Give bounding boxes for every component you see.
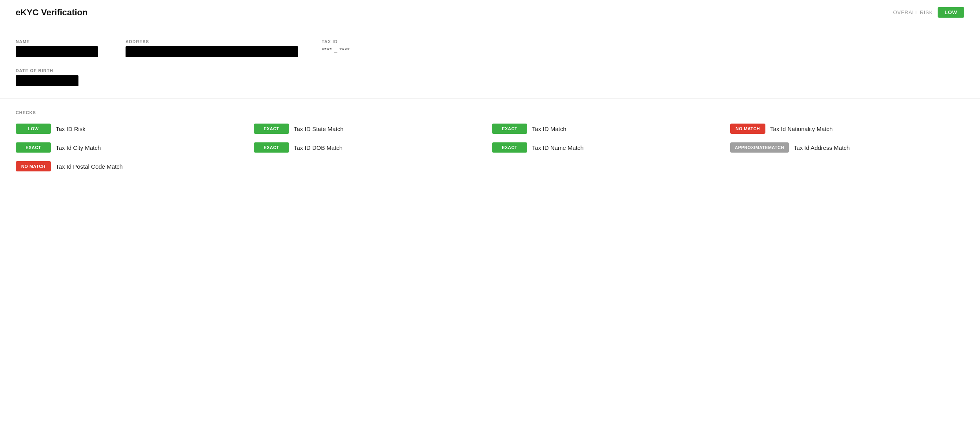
check-item: LOW Tax ID Risk (16, 124, 250, 134)
taxid-field: TAX ID **** _ **** (322, 39, 384, 57)
check-text: Tax ID DOB Match (294, 144, 342, 151)
check-text: Tax ID Risk (56, 126, 86, 132)
check-text: Tax Id City Match (56, 144, 101, 151)
name-redacted (16, 46, 98, 57)
check-badge: NO MATCH (730, 124, 765, 134)
check-badge: LOW (16, 124, 51, 134)
check-text: Tax Id Postal Code Match (56, 163, 123, 170)
check-item: EXACT Tax ID DOB Match (254, 142, 488, 153)
address-redacted (126, 46, 298, 57)
checks-label: CHECKS (16, 110, 964, 115)
check-badge: EXACT (16, 142, 51, 153)
check-item: EXACT Tax ID Name Match (492, 142, 726, 153)
check-text: Tax Id Address Match (794, 144, 850, 151)
check-badge: EXACT (254, 142, 289, 153)
check-badge: APPROXIMATEMATCH (730, 142, 789, 153)
check-badge: EXACT (492, 142, 527, 153)
checks-section: CHECKS LOW Tax ID Risk EXACT Tax ID Stat… (0, 98, 980, 183)
info-row-2: DATE OF BIRTH (16, 68, 964, 86)
info-section: NAME ADDRESS TAX ID **** _ **** DATE OF … (0, 25, 980, 98)
check-item: EXACT Tax ID State Match (254, 124, 488, 134)
checks-grid: LOW Tax ID Risk EXACT Tax ID State Match… (16, 124, 964, 171)
check-item: EXACT Tax ID Match (492, 124, 726, 134)
taxid-value: **** _ **** (322, 46, 384, 53)
check-text: Tax ID Match (532, 126, 567, 132)
check-badge: EXACT (492, 124, 527, 134)
header-right: OVERALL RISK LOW (893, 7, 964, 18)
page-title: eKYC Verification (16, 7, 87, 18)
dob-field: DATE OF BIRTH (16, 68, 86, 86)
address-label: ADDRESS (126, 39, 298, 44)
name-field: NAME (16, 39, 102, 57)
name-label: NAME (16, 39, 102, 44)
address-field: ADDRESS (126, 39, 298, 57)
header: eKYC Verification OVERALL RISK LOW (0, 0, 980, 25)
info-row-1: NAME ADDRESS TAX ID **** _ **** (16, 39, 964, 57)
check-item: NO MATCH Tax Id Nationality Match (730, 124, 964, 134)
check-text: Tax Id Nationality Match (770, 126, 832, 132)
check-badge: EXACT (254, 124, 289, 134)
check-item: APPROXIMATEMATCH Tax Id Address Match (730, 142, 964, 153)
check-text: Tax ID State Match (294, 126, 344, 132)
check-item: EXACT Tax Id City Match (16, 142, 250, 153)
overall-risk-label: OVERALL RISK (893, 9, 933, 15)
dob-redacted (16, 75, 78, 86)
check-item: NO MATCH Tax Id Postal Code Match (16, 161, 250, 171)
check-badge: NO MATCH (16, 161, 51, 171)
risk-badge: LOW (938, 7, 964, 18)
taxid-label: TAX ID (322, 39, 384, 44)
dob-label: DATE OF BIRTH (16, 68, 86, 73)
check-text: Tax ID Name Match (532, 144, 584, 151)
